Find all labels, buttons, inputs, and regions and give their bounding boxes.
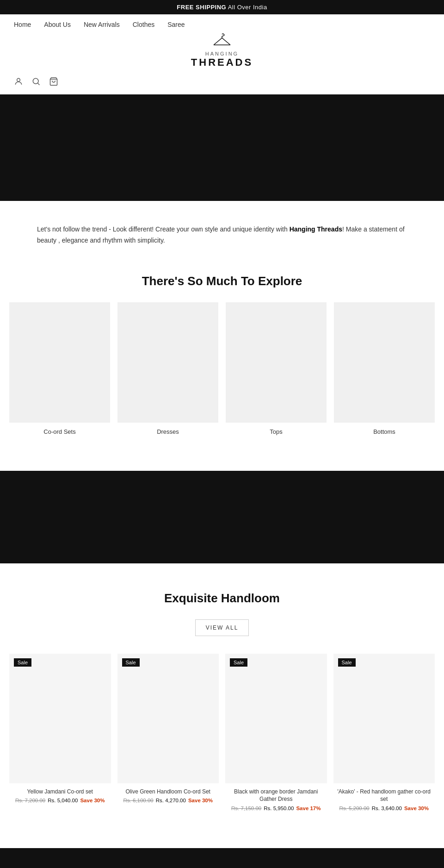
category-item-bottoms[interactable]: Bottoms [334, 302, 435, 436]
product-prices-3: Rs. 7,150.00 Rs. 5,950.00 Save 17% [225, 806, 327, 811]
sale-price-3: Rs. 5,950.00 [264, 806, 294, 811]
nav-item-clothes[interactable]: Clothes [133, 21, 154, 28]
tagline-prefix: Let's not follow the trend - Look differ… [37, 225, 290, 233]
sale-badge-2: Sale [122, 658, 140, 667]
category-image-dresses [117, 302, 218, 423]
nav-link-clothes[interactable]: Clothes [133, 21, 154, 28]
icon-row [0, 73, 444, 94]
product-name-2: Olive Green Handloom Co-ord Set [117, 788, 219, 796]
explore-section: There's So Much To Explore Co-ord Sets D… [0, 260, 444, 462]
sale-price-1: Rs. 5,040.00 [48, 798, 78, 803]
nav-link-home[interactable]: Home [14, 21, 31, 28]
category-label-coord: Co-ord Sets [43, 428, 75, 435]
product-grid: Sale Yellow Jamdani Co-ord set Rs. 7,200… [9, 654, 435, 812]
save-pct-3: Save 17% [296, 806, 321, 811]
svg-point-1 [17, 78, 20, 81]
nav-item-home[interactable]: Home [14, 21, 31, 28]
category-item-coord[interactable]: Co-ord Sets [9, 302, 110, 436]
original-price-4: Rs. 5,200.00 [339, 806, 369, 811]
product-name-4: 'Akako' - Red handloom gather co-ord set [333, 788, 435, 804]
hero-banner [0, 94, 444, 201]
product-prices-4: Rs. 5,200.00 Rs. 3,640.00 Save 30% [333, 806, 435, 811]
category-image-bottoms [334, 302, 435, 423]
nav-link-new-arrivals[interactable]: New Arrivals [84, 21, 120, 28]
svg-point-2 [33, 78, 38, 84]
nav-item-about[interactable]: About Us [44, 21, 71, 28]
top-banner: FREE SHIPPING All Over India [0, 0, 444, 14]
cart-button[interactable] [49, 77, 58, 88]
view-all-button[interactable]: VIEW ALL [195, 619, 249, 636]
account-button[interactable] [14, 77, 23, 88]
free-shipping-text: All Over India [226, 4, 267, 11]
category-item-dresses[interactable]: Dresses [117, 302, 218, 436]
hanger-icon [191, 33, 253, 50]
product-card-2[interactable]: Sale Olive Green Handloom Co-ord Set Rs.… [117, 654, 219, 812]
sale-badge-1: Sale [14, 658, 31, 667]
header-top-row: Home About Us New Arrivals Clothes Saree [0, 14, 444, 28]
explore-title: There's So Much To Explore [9, 274, 435, 288]
handloom-section: Exquisite Handloom VIEW ALL Sale Yellow … [0, 573, 444, 830]
sale-price-2: Rs. 4,270.00 [156, 798, 186, 803]
category-label-bottoms: Bottoms [373, 428, 395, 435]
product-image-2: Sale [117, 654, 219, 783]
product-card-1[interactable]: Sale Yellow Jamdani Co-ord set Rs. 7,200… [9, 654, 111, 812]
product-prices-2: Rs. 6,100.00 Rs. 4,270.00 Save 30% [117, 798, 219, 803]
nav-item-new-arrivals[interactable]: New Arrivals [84, 21, 120, 28]
main-nav: Home About Us New Arrivals Clothes Saree [14, 21, 185, 28]
save-pct-1: Save 30% [80, 798, 105, 803]
nav-links: Home About Us New Arrivals Clothes Saree [14, 21, 185, 28]
product-prices-1: Rs. 7,200.00 Rs. 5,040.00 Save 30% [9, 798, 111, 803]
product-image-4: Sale [333, 654, 435, 783]
svg-line-3 [38, 83, 40, 85]
category-label-dresses: Dresses [157, 428, 179, 435]
nav-link-about[interactable]: About Us [44, 21, 71, 28]
logo-bottom-text: THREADS [191, 56, 253, 69]
original-price-3: Rs. 7,150.00 [231, 806, 261, 811]
search-button[interactable] [31, 77, 41, 88]
product-image-3: Sale [225, 654, 327, 783]
category-item-tops[interactable]: Tops [226, 302, 327, 436]
product-card-4[interactable]: Sale 'Akako' - Red handloom gather co-or… [333, 654, 435, 812]
category-grid: Co-ord Sets Dresses Tops Bottoms [9, 302, 435, 436]
sale-price-4: Rs. 3,640.00 [372, 806, 402, 811]
sale-badge-4: Sale [338, 658, 356, 667]
category-label-tops: Tops [270, 428, 282, 435]
save-pct-4: Save 30% [404, 806, 429, 811]
handloom-title: Exquisite Handloom [9, 591, 435, 606]
product-card-3[interactable]: Sale Black with orange border Jamdani Ga… [225, 654, 327, 812]
product-name-3: Black with orange border Jamdani Gather … [225, 788, 327, 804]
logo-container[interactable]: HANGING THREADS [191, 33, 253, 69]
tagline-brand: Hanging Threads [290, 225, 342, 233]
site-footer [0, 848, 444, 868]
nav-item-saree[interactable]: Saree [167, 21, 185, 28]
save-pct-2: Save 30% [188, 798, 213, 803]
product-name-1: Yellow Jamdani Co-ord set [9, 788, 111, 796]
site-header: Home About Us New Arrivals Clothes Saree… [0, 14, 444, 94]
logo-top-text: HANGING [191, 51, 253, 56]
category-image-coord [9, 302, 110, 423]
free-shipping-bold: FREE SHIPPING [177, 4, 226, 11]
product-image-1: Sale [9, 654, 111, 783]
category-image-tops [226, 302, 327, 423]
logo-area: HANGING THREADS [0, 28, 444, 73]
original-price-1: Rs. 7,200.00 [15, 798, 45, 803]
sale-badge-3: Sale [230, 658, 247, 667]
second-banner [0, 471, 444, 563]
tagline-text: Let's not follow the trend - Look differ… [37, 224, 407, 246]
nav-link-saree[interactable]: Saree [167, 21, 185, 28]
tagline-section: Let's not follow the trend - Look differ… [0, 201, 444, 260]
original-price-2: Rs. 6,100.00 [123, 798, 153, 803]
